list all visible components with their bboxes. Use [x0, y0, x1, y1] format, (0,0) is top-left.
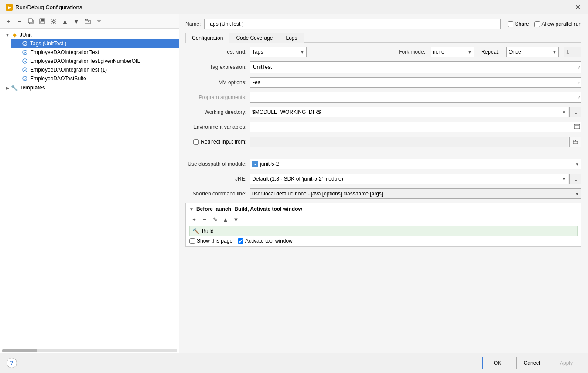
help-button[interactable]: ? — [7, 358, 17, 368]
svg-point-7 — [23, 50, 27, 55]
ok-button[interactable]: OK — [482, 357, 513, 369]
left-panel: + − ▲ ▼ — [0, 14, 179, 353]
vm-options-input[interactable] — [250, 77, 581, 88]
cancel-button[interactable]: Cancel — [516, 357, 547, 369]
move-down-button[interactable]: ▼ — [71, 16, 82, 27]
parallel-checkbox-label[interactable]: Allow parallel run — [534, 21, 581, 27]
config-area: Test kind: Tags ▼ Fork mode: none ▼ Repe… — [185, 46, 581, 349]
tree-junit-group[interactable]: ▼ ◆ JUnit — [0, 31, 179, 39]
before-launch-collapse[interactable]: ▼ — [189, 207, 194, 212]
name-input[interactable] — [204, 19, 500, 29]
test-kind-arrow: ▼ — [300, 50, 304, 55]
vm-options-row: VM options: ⤢ — [185, 77, 581, 88]
share-checkbox-label[interactable]: Share — [508, 21, 529, 27]
move-to-folder-button[interactable] — [82, 16, 93, 27]
show-page-checkbox[interactable] — [189, 238, 195, 244]
working-dir-browse-btn[interactable]: ... — [569, 107, 581, 117]
redirect-input[interactable] — [250, 137, 568, 147]
emp3-icon — [21, 66, 28, 73]
redirect-checkbox[interactable] — [193, 139, 199, 145]
redirect-label: Redirect input from: — [201, 139, 246, 145]
parallel-checkbox[interactable] — [534, 21, 540, 27]
tab-code-coverage[interactable]: Code Coverage — [229, 33, 279, 43]
templates-label: Templates — [20, 85, 45, 91]
shorten-select[interactable]: user-local default: none - java [options… — [250, 188, 581, 199]
repeat-label: Repeat: — [481, 49, 499, 55]
tree-item-employeedao1[interactable]: EmployeeDAOIntegrationTest — [11, 48, 179, 57]
tab-configuration[interactable]: Configuration — [185, 33, 229, 43]
tree-item-employeedao3[interactable]: EmployeeDAOIntegrationTest (1) — [11, 65, 179, 74]
share-checkbox[interactable] — [508, 21, 513, 27]
save-config-button[interactable] — [37, 16, 48, 27]
tree-templates[interactable]: ▶ 🔧 Templates — [0, 83, 179, 92]
tree-item-label: EmployeeDAOIntegrationTest (1) — [30, 67, 107, 73]
remove-config-button[interactable]: − — [14, 16, 25, 27]
left-toolbar: + − ▲ ▼ — [0, 14, 179, 29]
add-config-button[interactable]: + — [3, 16, 14, 27]
activate-tool-text: Activate tool window — [245, 238, 293, 244]
jre-select[interactable]: Default (1.8 - SDK of 'junit-5-2' module… — [250, 174, 568, 184]
tag-expression-expand-btn[interactable]: ⤢ — [577, 65, 581, 70]
redirect-browse-btn[interactable] — [569, 137, 581, 147]
repeat-number-input[interactable] — [564, 47, 581, 57]
test-kind-label: Test kind: — [185, 49, 246, 55]
close-button[interactable]: ✕ — [573, 3, 582, 11]
show-page-label[interactable]: Show this page — [189, 238, 232, 244]
svg-point-10 — [23, 76, 27, 81]
svg-point-8 — [23, 59, 27, 63]
classpath-value-wrap: junit-5-2 — [252, 161, 279, 167]
jre-wrap: Default (1.8 - SDK of 'junit-5-2' module… — [250, 174, 581, 184]
fork-mode-select[interactable]: none ▼ — [431, 47, 474, 57]
launch-edit-btn[interactable]: ✎ — [210, 215, 220, 224]
junit-expand-icon: ▼ — [4, 33, 11, 38]
classpath-select[interactable]: junit-5-2 ▼ — [250, 159, 581, 169]
parallel-label: Allow parallel run — [542, 21, 581, 27]
tag-expression-input[interactable] — [250, 61, 581, 73]
shorten-value: user-local default: none - java [options… — [252, 191, 383, 197]
sort-button[interactable] — [94, 16, 104, 27]
module-icon — [252, 161, 258, 167]
launch-up-btn[interactable]: ▲ — [221, 215, 230, 224]
tree-item-label: Tags (UnitTest ) — [30, 41, 66, 47]
run-debug-dialog: ▶ Run/Debug Configurations ✕ + − ▲ — [0, 0, 588, 373]
env-vars-row: Environment variables: — [185, 121, 581, 133]
activate-tool-label[interactable]: Activate tool window — [238, 238, 293, 244]
vm-options-expand-btn[interactable]: ⤢ — [577, 80, 581, 85]
title-bar: ▶ Run/Debug Configurations ✕ — [0, 0, 588, 14]
launch-build-item[interactable]: 🔨 Build — [189, 226, 578, 236]
launch-remove-btn[interactable]: − — [200, 215, 209, 224]
before-launch-section: ▼ Before launch: Build, Activate tool wi… — [185, 203, 581, 247]
copy-config-button[interactable] — [26, 16, 36, 27]
tab-logs[interactable]: Logs — [279, 33, 304, 43]
activate-tool-checkbox[interactable] — [238, 238, 243, 244]
tree-item-employeedao4[interactable]: EmployeeDAOTestSuite — [11, 74, 179, 83]
classpath-arrow: ▼ — [575, 162, 579, 167]
launch-add-btn[interactable]: + — [189, 215, 199, 224]
tree-item-tags-unittest[interactable]: Tags (UnitTest ) — [11, 39, 179, 48]
settings-button[interactable] — [48, 16, 59, 27]
emp2-icon — [21, 58, 28, 65]
program-args-expand-btn[interactable]: ⤢ — [577, 95, 581, 100]
before-launch-bottom: Show this page Activate tool window — [189, 238, 578, 244]
svg-rect-3 — [41, 19, 44, 21]
templates-expand: ▶ — [4, 86, 11, 90]
divider-1 — [185, 153, 581, 153]
fork-mode-label: Fork mode: — [399, 49, 425, 55]
redirect-checkbox-label[interactable]: Redirect input from: — [185, 139, 246, 145]
classpath-value: junit-5-2 — [260, 161, 279, 167]
program-args-input[interactable] — [250, 92, 581, 103]
test-kind-select[interactable]: Tags ▼ — [250, 47, 307, 57]
jre-browse-btn[interactable]: ... — [569, 174, 581, 184]
env-vars-expand-btn[interactable] — [574, 124, 580, 130]
launch-down-btn[interactable]: ▼ — [231, 215, 241, 224]
emp4-icon — [21, 75, 28, 82]
before-launch-header: ▼ Before launch: Build, Activate tool wi… — [189, 206, 578, 212]
repeat-select[interactable]: Once ▼ — [506, 47, 559, 57]
title-bar-left: ▶ Run/Debug Configurations — [6, 4, 82, 11]
app-icon: ▶ — [6, 4, 13, 11]
apply-button[interactable]: Apply — [551, 357, 581, 369]
left-scrollbar[interactable] — [0, 348, 179, 353]
move-up-button[interactable]: ▲ — [60, 16, 70, 27]
working-dir-select[interactable]: $MODULE_WORKING_DIR$ ▼ — [250, 107, 568, 117]
tree-item-employeedao2[interactable]: EmployeeDAOIntegrationTest.givenNumberOf… — [11, 57, 179, 65]
